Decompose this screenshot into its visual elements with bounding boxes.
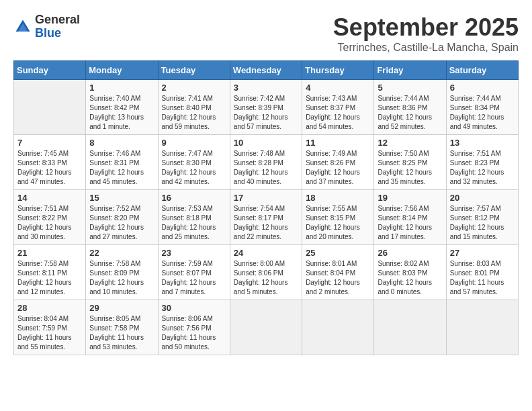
day-info: Sunrise: 7:44 AM Sunset: 8:36 PM Dayligh… xyxy=(378,94,442,132)
calendar-cell: 28Sunrise: 8:04 AM Sunset: 7:59 PM Dayli… xyxy=(14,300,86,355)
day-number: 17 xyxy=(234,193,298,203)
calendar-week-row: 14Sunrise: 7:51 AM Sunset: 8:22 PM Dayli… xyxy=(14,190,519,245)
day-info: Sunrise: 7:50 AM Sunset: 8:25 PM Dayligh… xyxy=(378,149,442,187)
calendar-cell xyxy=(302,300,374,355)
day-info: Sunrise: 7:47 AM Sunset: 8:30 PM Dayligh… xyxy=(162,149,226,187)
day-number: 26 xyxy=(378,248,442,258)
calendar-week-row: 1Sunrise: 7:40 AM Sunset: 8:42 PM Daylig… xyxy=(14,80,519,135)
day-info: Sunrise: 7:40 AM Sunset: 8:42 PM Dayligh… xyxy=(89,94,154,132)
calendar-cell: 27Sunrise: 8:03 AM Sunset: 8:01 PM Dayli… xyxy=(446,245,518,300)
day-info: Sunrise: 7:42 AM Sunset: 8:39 PM Dayligh… xyxy=(234,94,298,132)
day-info: Sunrise: 7:44 AM Sunset: 8:34 PM Dayligh… xyxy=(450,94,515,132)
logo-general: General xyxy=(35,13,80,27)
day-number: 5 xyxy=(378,83,442,93)
day-info: Sunrise: 7:51 AM Sunset: 8:23 PM Dayligh… xyxy=(450,149,515,187)
calendar-cell: 24Sunrise: 8:00 AM Sunset: 8:06 PM Dayli… xyxy=(230,245,302,300)
day-number: 25 xyxy=(306,248,370,258)
calendar-cell: 22Sunrise: 7:58 AM Sunset: 8:09 PM Dayli… xyxy=(86,245,158,300)
calendar-cell: 1Sunrise: 7:40 AM Sunset: 8:42 PM Daylig… xyxy=(86,80,158,135)
day-number: 15 xyxy=(89,193,154,203)
day-number: 14 xyxy=(17,193,82,203)
calendar-cell: 21Sunrise: 7:58 AM Sunset: 8:11 PM Dayli… xyxy=(14,245,86,300)
day-number: 19 xyxy=(378,193,442,203)
calendar-week-row: 28Sunrise: 8:04 AM Sunset: 7:59 PM Dayli… xyxy=(14,300,519,355)
calendar-cell: 15Sunrise: 7:52 AM Sunset: 8:20 PM Dayli… xyxy=(86,190,158,245)
day-info: Sunrise: 7:49 AM Sunset: 8:26 PM Dayligh… xyxy=(306,149,370,187)
day-number: 6 xyxy=(450,83,515,93)
day-number: 24 xyxy=(234,248,298,258)
calendar-cell: 30Sunrise: 8:06 AM Sunset: 7:56 PM Dayli… xyxy=(158,300,230,355)
day-number: 2 xyxy=(162,83,226,93)
day-number: 30 xyxy=(162,303,226,313)
day-info: Sunrise: 7:46 AM Sunset: 8:31 PM Dayligh… xyxy=(89,149,154,187)
day-of-week-header: Thursday xyxy=(302,61,374,80)
day-number: 20 xyxy=(450,193,515,203)
title-block: September 2025 Terrinches, Castille-La M… xyxy=(333,13,519,54)
calendar-cell: 5Sunrise: 7:44 AM Sunset: 8:36 PM Daylig… xyxy=(374,80,446,135)
calendar-cell: 6Sunrise: 7:44 AM Sunset: 8:34 PM Daylig… xyxy=(446,80,518,135)
days-of-week-row: SundayMondayTuesdayWednesdayThursdayFrid… xyxy=(14,61,519,80)
day-info: Sunrise: 8:04 AM Sunset: 7:59 PM Dayligh… xyxy=(17,314,82,352)
calendar-week-row: 21Sunrise: 7:58 AM Sunset: 8:11 PM Dayli… xyxy=(14,245,519,300)
day-number: 29 xyxy=(89,303,154,313)
month-title: September 2025 xyxy=(333,13,519,42)
logo: General Blue xyxy=(13,13,80,40)
day-info: Sunrise: 7:48 AM Sunset: 8:28 PM Dayligh… xyxy=(234,149,298,187)
day-number: 23 xyxy=(162,248,226,258)
day-of-week-header: Saturday xyxy=(446,61,518,80)
day-of-week-header: Tuesday xyxy=(158,61,230,80)
day-info: Sunrise: 7:56 AM Sunset: 8:14 PM Dayligh… xyxy=(378,204,442,242)
day-info: Sunrise: 7:54 AM Sunset: 8:17 PM Dayligh… xyxy=(234,204,298,242)
day-info: Sunrise: 7:59 AM Sunset: 8:07 PM Dayligh… xyxy=(162,259,226,297)
day-number: 12 xyxy=(378,138,442,148)
day-number: 16 xyxy=(162,193,226,203)
day-number: 8 xyxy=(89,138,154,148)
day-number: 27 xyxy=(450,248,515,258)
day-of-week-header: Friday xyxy=(374,61,446,80)
day-number: 9 xyxy=(162,138,226,148)
day-info: Sunrise: 7:41 AM Sunset: 8:40 PM Dayligh… xyxy=(162,94,226,132)
day-info: Sunrise: 7:45 AM Sunset: 8:33 PM Dayligh… xyxy=(17,149,82,187)
calendar-cell: 7Sunrise: 7:45 AM Sunset: 8:33 PM Daylig… xyxy=(14,135,86,190)
day-info: Sunrise: 8:01 AM Sunset: 8:04 PM Dayligh… xyxy=(306,259,370,297)
calendar-cell: 8Sunrise: 7:46 AM Sunset: 8:31 PM Daylig… xyxy=(86,135,158,190)
day-number: 21 xyxy=(17,248,82,258)
day-info: Sunrise: 7:52 AM Sunset: 8:20 PM Dayligh… xyxy=(89,204,154,242)
calendar-cell: 17Sunrise: 7:54 AM Sunset: 8:17 PM Dayli… xyxy=(230,190,302,245)
day-of-week-header: Sunday xyxy=(14,61,86,80)
day-number: 11 xyxy=(306,138,370,148)
day-number: 10 xyxy=(234,138,298,148)
calendar-cell: 19Sunrise: 7:56 AM Sunset: 8:14 PM Dayli… xyxy=(374,190,446,245)
day-number: 22 xyxy=(89,248,154,258)
day-info: Sunrise: 8:05 AM Sunset: 7:58 PM Dayligh… xyxy=(89,314,154,352)
day-of-week-header: Wednesday xyxy=(230,61,302,80)
calendar-cell: 12Sunrise: 7:50 AM Sunset: 8:25 PM Dayli… xyxy=(374,135,446,190)
calendar-cell: 20Sunrise: 7:57 AM Sunset: 8:12 PM Dayli… xyxy=(446,190,518,245)
day-number: 28 xyxy=(17,303,82,313)
calendar-cell: 10Sunrise: 7:48 AM Sunset: 8:28 PM Dayli… xyxy=(230,135,302,190)
calendar-cell: 2Sunrise: 7:41 AM Sunset: 8:40 PM Daylig… xyxy=(158,80,230,135)
calendar-cell: 23Sunrise: 7:59 AM Sunset: 8:07 PM Dayli… xyxy=(158,245,230,300)
day-number: 18 xyxy=(306,193,370,203)
logo-icon xyxy=(13,17,32,36)
day-number: 1 xyxy=(89,83,154,93)
logo-text: General Blue xyxy=(35,13,80,40)
calendar-cell: 11Sunrise: 7:49 AM Sunset: 8:26 PM Dayli… xyxy=(302,135,374,190)
day-info: Sunrise: 7:53 AM Sunset: 8:18 PM Dayligh… xyxy=(162,204,226,242)
day-info: Sunrise: 7:55 AM Sunset: 8:15 PM Dayligh… xyxy=(306,204,370,242)
calendar-cell: 13Sunrise: 7:51 AM Sunset: 8:23 PM Dayli… xyxy=(446,135,518,190)
day-number: 4 xyxy=(306,83,370,93)
day-number: 7 xyxy=(17,138,82,148)
calendar-cell: 29Sunrise: 8:05 AM Sunset: 7:58 PM Dayli… xyxy=(86,300,158,355)
calendar-header: SundayMondayTuesdayWednesdayThursdayFrid… xyxy=(14,61,519,80)
day-of-week-header: Monday xyxy=(86,61,158,80)
calendar-cell: 26Sunrise: 8:02 AM Sunset: 8:03 PM Dayli… xyxy=(374,245,446,300)
calendar-cell: 25Sunrise: 8:01 AM Sunset: 8:04 PM Dayli… xyxy=(302,245,374,300)
calendar-cell xyxy=(14,80,86,135)
day-info: Sunrise: 8:03 AM Sunset: 8:01 PM Dayligh… xyxy=(450,259,515,297)
calendar-cell xyxy=(374,300,446,355)
day-info: Sunrise: 7:57 AM Sunset: 8:12 PM Dayligh… xyxy=(450,204,515,242)
day-info: Sunrise: 7:43 AM Sunset: 8:37 PM Dayligh… xyxy=(306,94,370,132)
calendar-cell: 18Sunrise: 7:55 AM Sunset: 8:15 PM Dayli… xyxy=(302,190,374,245)
calendar-cell: 16Sunrise: 7:53 AM Sunset: 8:18 PM Dayli… xyxy=(158,190,230,245)
